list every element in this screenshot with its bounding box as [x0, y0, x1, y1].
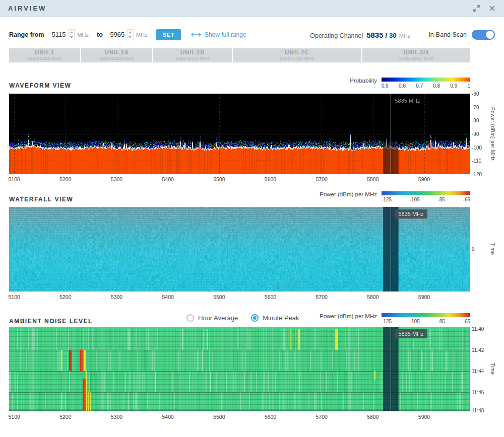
- titlebar: AIRVIEW: [0, 0, 504, 17]
- x-tick-label: 5700: [316, 414, 327, 420]
- legend-tick-label: 0.8: [433, 83, 440, 89]
- band-unii-3-4: UNII-3/45725-5925 MHz: [362, 48, 470, 62]
- legend-tick-label: -65: [463, 319, 470, 324]
- range-from-label: Range from: [9, 31, 44, 38]
- band-name: UNII-2C: [285, 49, 309, 56]
- radio-icon: [251, 314, 259, 322]
- y-tick-label: -80: [472, 118, 479, 123]
- waterfall-canvas[interactable]: [9, 207, 470, 292]
- probability-legend: Probability 0.50.60.70.80.91: [350, 78, 470, 89]
- operating-channel-value: 5835: [366, 31, 383, 39]
- probability-legend-ticks: 0.50.60.70.80.91: [382, 83, 470, 89]
- ambient-mode-radio-group: Hour Average Minute Peak: [186, 314, 299, 322]
- y-tick-label: -90: [472, 131, 479, 137]
- waveform-y-axis-title: Power (dBm) per MHz: [489, 94, 496, 174]
- range-to-stepper[interactable]: [127, 29, 134, 40]
- band-range: 5250-5350 MHz: [100, 56, 134, 61]
- legend-tick-label: -125: [382, 197, 392, 202]
- waterfall-legend-ticks: -125-105-85-65: [382, 197, 470, 202]
- legend-tick-label: -65: [463, 197, 470, 202]
- band-name: UNII-1: [35, 49, 54, 56]
- airview-window: AIRVIEW Range from MHz to MHz SET: [0, 0, 504, 437]
- double-arrow-icon: [191, 32, 201, 37]
- x-tick-label: 5800: [367, 294, 379, 300]
- range-to-label: to: [97, 31, 103, 38]
- x-tick-label: 5200: [59, 176, 71, 182]
- ambient-marker-label: 5835 MHz: [395, 329, 427, 338]
- y-tick-label: -110: [472, 158, 481, 164]
- waveform-section-header: WAVEFORM VIEW Probability 0.50.60.70.80.…: [9, 76, 470, 91]
- range-from-field: [49, 29, 75, 40]
- in-band-scan-toggle[interactable]: [472, 30, 495, 40]
- set-button[interactable]: SET: [156, 29, 180, 40]
- range-to-input[interactable]: [108, 29, 127, 40]
- ambient-title: AMBIENT NOISE LEVEL: [9, 318, 93, 325]
- minute-peak-radio[interactable]: Minute Peak: [251, 314, 299, 322]
- x-tick-label: 5300: [111, 414, 122, 420]
- waterfall-section-header: WATERFALL VIEW Power (dBm) per MHz -125-…: [9, 189, 470, 204]
- x-tick-label: 5800: [367, 176, 379, 182]
- y-tick-label: 0: [472, 246, 475, 252]
- range-from-input[interactable]: [49, 29, 68, 40]
- waveform-spectrum-canvas[interactable]: [9, 94, 470, 174]
- x-tick-label: 5500: [213, 414, 225, 420]
- band-unii-2b: UNII-2B5350-5470 MHz: [153, 48, 232, 62]
- ambient-section-header: AMBIENT NOISE LEVEL Hour Average Minute …: [9, 311, 470, 326]
- ambient-legend-ticks: -125-105-85-65: [382, 319, 470, 324]
- y-tick-label: -100: [472, 144, 482, 150]
- power-gradient-bar: [382, 313, 470, 317]
- ambient-noise-canvas[interactable]: [9, 327, 470, 411]
- y-tick-label: 11:44: [472, 369, 484, 374]
- x-tick-label: 5600: [265, 414, 276, 420]
- x-tick-label: 5900: [418, 176, 430, 182]
- x-tick-label: 5500: [213, 294, 225, 300]
- operating-channel-unit: MHz: [399, 33, 411, 39]
- expand-icon[interactable]: [472, 5, 480, 13]
- in-band-scan: In-Band Scan: [428, 30, 495, 40]
- y-tick-label: -120: [472, 172, 482, 177]
- x-tick-label: 5100: [8, 414, 20, 420]
- x-tick-label: 5500: [213, 176, 225, 182]
- waterfall-power-legend: Power (dBm) per MHz -125-105-85-65: [320, 191, 470, 202]
- band-name: UNII-2B: [180, 49, 205, 56]
- y-tick-label: -60: [472, 91, 479, 97]
- waveform-chart: 5835 MHz: [9, 94, 470, 174]
- close-icon[interactable]: [488, 5, 496, 13]
- show-full-range-label: Show full range: [205, 31, 246, 38]
- x-tick-label: 5100: [8, 294, 20, 300]
- y-tick-label: 11:46: [472, 390, 484, 395]
- range-from-stepper[interactable]: [68, 29, 75, 40]
- titlebar-actions: [472, 5, 496, 13]
- waterfall-legend-label: Power (dBm) per MHz: [320, 191, 377, 202]
- x-tick-label: 5200: [59, 294, 71, 300]
- band-name: UNII-3/4: [403, 49, 429, 56]
- legend-tick-label: -125: [382, 319, 392, 324]
- hour-average-radio[interactable]: Hour Average: [186, 314, 238, 322]
- window-title: AIRVIEW: [8, 5, 46, 12]
- legend-tick-label: 0.7: [416, 83, 423, 89]
- waterfall-time-axis: 0: [472, 207, 488, 292]
- operating-channel-separator: /: [386, 32, 388, 39]
- controls-bar: Range from MHz to MHz SET Show full rang…: [9, 25, 495, 44]
- legend-tick-label: -105: [410, 197, 420, 202]
- show-full-range-link[interactable]: Show full range: [191, 31, 246, 38]
- legend-tick-label: 0.5: [382, 83, 389, 89]
- waveform-marker-label: 5835 MHz: [395, 98, 420, 104]
- controls-right-group: Operating Channel 5835 / 30 MHz In-Band …: [310, 30, 495, 40]
- y-tick-label: 11:48: [472, 408, 484, 413]
- x-tick-label: 5100: [8, 176, 20, 182]
- x-tick-label: 5300: [111, 294, 122, 300]
- band-range: 5725-5925 MHz: [399, 56, 433, 61]
- band-name: UNII-2A: [104, 49, 129, 56]
- minute-peak-label: Minute Peak: [263, 314, 299, 322]
- ambient-time-axis: 11:4011:4211:4411:4611:48: [472, 327, 488, 411]
- legend-tick-label: 0.9: [450, 83, 457, 89]
- waterfall-marker-label: 5835 MHz: [395, 209, 427, 218]
- power-gradient-bar: [382, 191, 470, 195]
- x-tick-label: 5700: [316, 176, 327, 182]
- legend-tick-label: -85: [437, 319, 445, 324]
- x-tick-label: 5900: [418, 294, 430, 300]
- range-to-field: [108, 29, 134, 40]
- waveform-x-axis: 510052005300540055005600570058005900: [9, 176, 470, 183]
- band-selector: UNII-15150-5250 MHz UNII-2A5250-5350 MHz…: [9, 48, 470, 62]
